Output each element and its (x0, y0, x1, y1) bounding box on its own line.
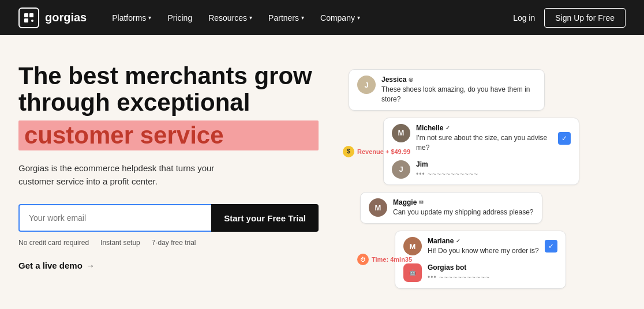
avatar: J (357, 76, 376, 94)
chat-content: Michelle ✓ I'm not sure about the size, … (416, 124, 552, 153)
clock-icon: ⏱ (357, 254, 369, 265)
nav-platforms[interactable]: Platforms ▾ (105, 9, 158, 27)
instant-setup-text: Instant setup (100, 239, 140, 247)
chat-message: Hi! Do you know where my order is? (428, 246, 539, 256)
main-content: The best merchants grow through exceptio… (0, 35, 644, 309)
nav-partners[interactable]: Partners ▾ (261, 9, 311, 27)
chevron-down-icon: ▾ (301, 14, 304, 21)
login-button[interactable]: Log in (513, 13, 535, 22)
nav-resources[interactable]: Resources ▾ (201, 9, 259, 27)
instagram-icon: ◎ (409, 77, 413, 82)
chat-name: Jessica ◎ (381, 76, 536, 84)
email-input[interactable] (18, 204, 211, 232)
cta-button[interactable]: Start your Free Trial (211, 204, 319, 232)
chat-card-jessica: J Jessica ◎ These shoes look amazing, do… (349, 69, 545, 111)
chat-content: Jim ••• ~~~~~~~~~~~ (416, 160, 478, 179)
chat-row-maggie: M Maggie ✉ Can you update my shipping ad… (360, 192, 626, 224)
avatar: J (392, 160, 410, 179)
hero-highlight: customer service (18, 120, 319, 150)
chat-content: Jessica ◎ These shoes look amazing, do y… (381, 76, 536, 104)
chat-message: ••• ~~~~~~~~~~~ (428, 273, 490, 282)
avatar: 🤖 (403, 263, 422, 282)
svg-rect-0 (24, 13, 28, 17)
chevron-down-icon: ▾ (249, 14, 252, 21)
logo[interactable]: gorgias (18, 7, 87, 28)
verified-icon: ✓ (445, 125, 450, 131)
chat-row-michelle: $ Revenue + $49.99 M Michelle ✓ I'm not … (383, 118, 626, 185)
no-credit-card-text: No credit card required (18, 239, 89, 247)
chat-content: Maggie ✉ Can you update my shipping addr… (393, 198, 534, 217)
chat-sub-mariane: M Mariane ✓ Hi! Do you know where my ord… (403, 237, 557, 256)
chat-row-mariane: ⏱ Time: 4min35 M Mariane ✓ Hi! Do you kn… (395, 231, 626, 289)
svg-rect-1 (29, 13, 33, 17)
logo-icon (18, 7, 39, 28)
chat-sub-bot: 🤖 Gorgias bot ••• ~~~~~~~~~~~ (403, 263, 490, 282)
chat-sub-jim: J Jim ••• ~~~~~~~~~~~ (392, 160, 478, 179)
free-trial-text: 7-day free trial (152, 239, 196, 247)
hero-subtitle: Gorgias is the ecommerce helpdesk that t… (18, 162, 249, 188)
avatar: M (369, 198, 387, 217)
nav-company[interactable]: Company ▾ (313, 9, 367, 27)
chat-sub-michelle: M Michelle ✓ I'm not sure about the size… (392, 124, 571, 153)
chevron-down-icon: ▾ (357, 14, 360, 21)
time-badge: ⏱ Time: 4min35 (357, 254, 412, 265)
arrow-icon: → (86, 261, 95, 270)
logo-text: gorgias (45, 11, 87, 24)
email-icon: ✉ (419, 199, 424, 205)
form-meta: No credit card required Instant setup 7-… (18, 239, 319, 247)
hero-section: The best merchants grow through exceptio… (18, 63, 319, 295)
chat-name: Jim (416, 160, 478, 168)
chat-card-michelle: M Michelle ✓ I'm not sure about the size… (383, 118, 579, 185)
chat-content: Gorgias bot ••• ~~~~~~~~~~~ (428, 263, 490, 282)
chat-demo: J Jessica ◎ These shoes look amazing, do… (337, 63, 626, 295)
chat-row-jessica: J Jessica ◎ These shoes look amazing, do… (349, 69, 626, 111)
chat-card-maggie: M Maggie ✉ Can you update my shipping ad… (360, 192, 542, 224)
nav-links: Platforms ▾ Pricing Resources ▾ Partners… (105, 9, 513, 27)
chat-message: ••• ~~~~~~~~~~~ (416, 169, 478, 179)
chat-content: Mariane ✓ Hi! Do you know where my order… (428, 237, 539, 256)
check-badge: ✓ (558, 132, 571, 145)
email-form: Start your Free Trial (18, 204, 319, 232)
chat-name: Mariane ✓ (428, 237, 539, 245)
nav-pricing[interactable]: Pricing (160, 9, 199, 27)
signup-button[interactable]: Sign Up for Free (544, 8, 626, 28)
chat-message: These shoes look amazing, do you have th… (381, 85, 536, 104)
chat-name: Gorgias bot (428, 263, 490, 272)
nav-right: Log in Sign Up for Free (513, 8, 626, 28)
chat-card-mariane: M Mariane ✓ Hi! Do you know where my ord… (395, 231, 566, 289)
chat-message: I'm not sure about the size, can you adv… (416, 133, 552, 153)
live-demo-link[interactable]: Get a live demo → (18, 261, 319, 270)
chevron-down-icon: ▾ (148, 14, 151, 21)
revenue-badge: $ Revenue + $49.99 (343, 146, 410, 157)
check-badge: ✓ (545, 240, 557, 253)
chat-name: Maggie ✉ (393, 198, 534, 206)
avatar: M (392, 124, 410, 142)
svg-rect-3 (31, 20, 33, 22)
revenue-icon: $ (343, 146, 354, 157)
hero-title: The best merchants grow through exceptio… (18, 63, 319, 116)
chat-name: Michelle ✓ (416, 124, 552, 132)
chat-message: Can you update my shipping address pleas… (393, 208, 534, 217)
navigation: gorgias Platforms ▾ Pricing Resources ▾ … (0, 0, 644, 35)
svg-rect-2 (24, 18, 28, 22)
avatar: M (403, 237, 422, 255)
verified-icon: ✓ (456, 238, 460, 244)
